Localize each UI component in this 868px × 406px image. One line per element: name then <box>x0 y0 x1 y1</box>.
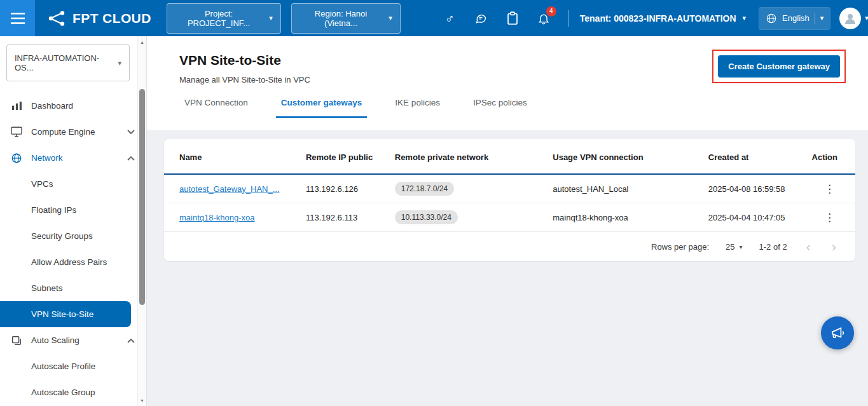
tab-ipsec-policies[interactable]: IPSec policies <box>468 98 532 118</box>
remote-private-network-chip: 10.113.33.0/24 <box>395 210 458 224</box>
sidebar-scrollbar: ▲ ▼ <box>137 36 146 406</box>
sidebar-item-allow-address-pairs[interactable]: Allow Address Pairs <box>0 249 146 275</box>
sidebar-item-label: Compute Engine <box>31 127 95 137</box>
next-page-chevron-icon[interactable]: › <box>829 240 839 253</box>
row-actions-kebab-icon[interactable]: ⋮ <box>822 211 837 224</box>
annotation-highlight-box: Create Customer gateway <box>712 50 846 83</box>
sidebar-item-network[interactable]: Network <box>0 145 146 171</box>
hamburger-icon <box>11 13 25 24</box>
rows-per-page-value: 25 <box>726 242 734 252</box>
announcements-fab[interactable] <box>821 316 854 349</box>
male-symbol-icon[interactable]: ♂ <box>445 12 455 25</box>
bar-chart-icon <box>10 101 23 111</box>
pagination-bar: Rows per page: 25 ▾ 1-2 of 2 ‹ › <box>164 232 855 261</box>
top-header: FPT CLOUD Project: PROJECT_INF... ▾ Regi… <box>0 0 868 36</box>
sidebar-item-label: Autoscale Profile <box>31 362 95 371</box>
chat-feedback-icon[interactable] <box>474 12 488 25</box>
sidebar-item-label: Auto Scaling <box>31 335 79 345</box>
row-actions-kebab-icon[interactable]: ⋮ <box>822 182 837 196</box>
sidebar-item-label: Network <box>31 153 63 163</box>
column-header-action: Action <box>807 139 855 174</box>
sidebar-scrollbar-thumb[interactable] <box>139 89 145 305</box>
chevron-down-icon <box>127 130 135 135</box>
column-header-created-at: Created at <box>703 139 807 174</box>
gateway-name-link[interactable]: autotest_Gateway_HAN_... <box>179 184 280 194</box>
sidebar-item-label: Floating IPs <box>31 205 76 215</box>
sidebar: INFRA-AUTOMATION-OS... ▾ Dashboard Compu… <box>0 36 147 406</box>
project-selector-label: Project: PROJECT_INF... <box>175 9 263 28</box>
sidebar-item-vpn-site-to-site[interactable]: VPN Site-to-Site <box>0 301 131 327</box>
sidebar-item-label: VPCs <box>31 179 53 189</box>
header-divider <box>568 10 568 27</box>
language-divider <box>815 13 815 24</box>
sidebar-item-label: Subnets <box>31 283 63 293</box>
tenant-selector[interactable]: Tenant: 000823-INFRA-AUTOMATION ▾ <box>580 13 746 24</box>
sidebar-item-dashboard[interactable]: Dashboard <box>0 93 146 119</box>
sidebar-item-floating-ips[interactable]: Floating IPs <box>0 197 146 223</box>
logo-text: FPT CLOUD <box>72 11 151 26</box>
column-header-usage-vpn-connection: Usage VPN connection <box>548 139 703 174</box>
sidebar-item-security-groups[interactable]: Security Groups <box>0 223 146 249</box>
sidebar-item-label: Allow Address Pairs <box>31 257 107 267</box>
workspace-selector[interactable]: INFRA-AUTOMATION-OS... ▾ <box>6 44 130 81</box>
customer-gateways-table-card: Name Remote IP public Remote private net… <box>164 139 855 261</box>
pagination-range: 1-2 of 2 <box>759 242 787 252</box>
page-header-band: VPN Site-to-Site Manage all VPN Site-to-… <box>146 36 868 130</box>
column-header-remote-ip-public: Remote IP public <box>301 139 390 174</box>
sidebar-item-autoscale-profile[interactable]: Autoscale Profile <box>0 353 146 379</box>
tab-ike-policies[interactable]: IKE policies <box>390 98 445 118</box>
tab-vpn-connection[interactable]: VPN Connection <box>179 98 253 118</box>
sidebar-menu: Dashboard Compute Engine Network <box>0 93 146 405</box>
hamburger-menu-button[interactable] <box>0 0 35 36</box>
table-row: autotest_Gateway_HAN_... 113.192.6.126 1… <box>164 174 855 203</box>
notifications-bell-icon[interactable]: 4 <box>537 11 550 25</box>
caret-down-icon: ▾ <box>389 14 392 22</box>
language-selector[interactable]: English ▾ <box>759 7 830 30</box>
avatar <box>839 8 861 29</box>
customer-gateways-table: Name Remote IP public Remote private net… <box>164 139 855 232</box>
chevron-up-icon <box>127 156 135 161</box>
scroll-up-arrow-icon[interactable]: ▲ <box>138 37 146 46</box>
created-at-value: 2025-04-08 16:59:58 <box>708 184 785 194</box>
caret-down-icon: ▾ <box>743 14 747 22</box>
sidebar-item-autoscale-group[interactable]: Autoscale Group <box>0 379 146 405</box>
monitor-icon <box>10 126 23 137</box>
usage-vpn-connection-value: autotest_HAN_Local <box>553 184 628 194</box>
gateway-name-link[interactable]: maintq18-khong-xoa <box>179 213 255 222</box>
column-header-remote-private-network: Remote private network <box>390 139 548 174</box>
remote-ip-value: 113.192.6.126 <box>306 184 358 194</box>
language-label: English <box>782 13 809 23</box>
globe-network-icon <box>10 152 23 164</box>
region-selector[interactable]: Region: Hanoi (Vietna... ▾ <box>291 3 401 34</box>
sidebar-item-label: VPN Site-to-Site <box>31 309 93 319</box>
rows-per-page-select[interactable]: 25 ▾ <box>726 242 743 252</box>
scroll-down-arrow-icon[interactable]: ▼ <box>138 396 146 405</box>
workspace-selector-label: INFRA-AUTOMATION-OS... <box>15 53 118 72</box>
project-selector[interactable]: Project: PROJECT_INF... ▾ <box>167 3 281 34</box>
sidebar-item-label: Dashboard <box>31 101 73 111</box>
created-at-value: 2025-04-04 10:47:05 <box>708 213 785 222</box>
user-menu[interactable]: ▾ <box>839 8 868 29</box>
sidebar-item-vpcs[interactable]: VPCs <box>0 171 146 197</box>
chevron-up-icon <box>127 338 135 343</box>
person-icon <box>843 11 858 26</box>
caret-down-icon: ▾ <box>740 243 743 250</box>
remote-private-network-chip: 172.18.7.0/24 <box>395 182 454 196</box>
remote-ip-value: 113.192.6.113 <box>306 213 357 222</box>
tab-bar: VPN Connection Customer gateways IKE pol… <box>179 98 868 118</box>
table-row: maintq18-khong-xoa 113.192.6.113 10.113.… <box>164 203 855 232</box>
sidebar-item-subnets[interactable]: Subnets <box>0 275 146 301</box>
column-header-name: Name <box>164 139 301 174</box>
tab-customer-gateways[interactable]: Customer gateways <box>276 98 368 118</box>
previous-page-chevron-icon[interactable]: ‹ <box>804 240 813 253</box>
megaphone-icon <box>829 325 846 341</box>
create-customer-gateway-button[interactable]: Create Customer gateway <box>718 55 840 78</box>
sidebar-item-compute-engine[interactable]: Compute Engine <box>0 119 146 145</box>
sidebar-item-auto-scaling[interactable]: Auto Scaling <box>0 327 146 353</box>
sidebar-item-label: Security Groups <box>31 231 93 241</box>
fpt-logo-icon <box>48 10 67 27</box>
usage-vpn-connection-value: mainqt18-khong-xoa <box>553 213 628 222</box>
fpt-cloud-logo: FPT CLOUD <box>48 10 151 27</box>
caret-down-icon: ▾ <box>820 14 824 22</box>
clipboard-icon[interactable] <box>507 11 518 25</box>
